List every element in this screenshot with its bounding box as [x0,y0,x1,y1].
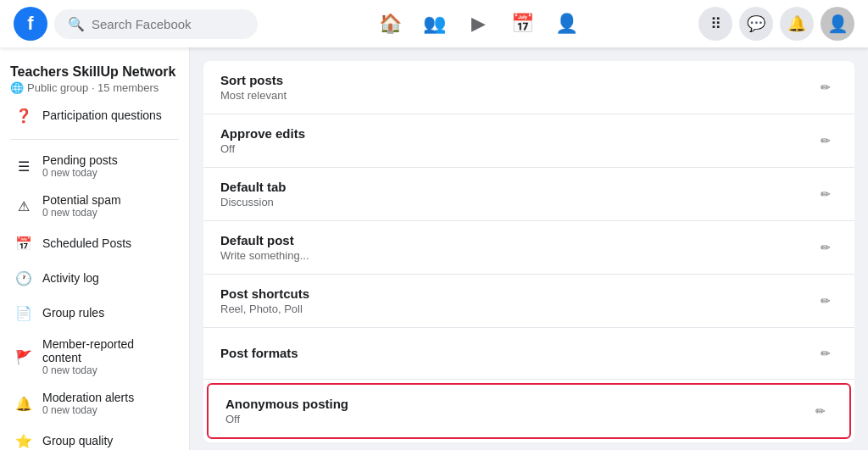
anonymous-posting-row: Anonymous posting Off ✏ [207,383,851,439]
search-icon: 🔍 [68,16,85,32]
notifications-btn[interactable]: 🔔 [780,7,814,41]
post-formats-edit-btn[interactable]: ✏ [814,340,837,367]
post-shortcuts-title: Post shortcuts [220,286,309,301]
group-quality-icon: ⭐ [14,431,34,450]
default-post-title: Default post [220,233,309,247]
member-reported-sub: 0 new today [42,364,175,376]
sidebar-item-activity-log[interactable]: 🕐 Activity log [3,261,186,295]
post-shortcuts-edit-btn[interactable]: ✏ [814,287,837,314]
sidebar-item-group-quality[interactable]: ⭐ Group quality [3,424,186,450]
default-post-value: Write something... [220,249,309,262]
main-content: Sort posts Most relevant ✏ Approve edits… [190,47,868,450]
sort-posts-row: Sort posts Most relevant ✏ [203,61,854,114]
approve-edits-row: Approve edits Off ✏ [203,114,854,168]
scheduled-posts-icon: 📅 [14,233,34,253]
apps-btn[interactable]: ⠿ [698,7,732,41]
group-quality-label: Group quality [42,434,175,447]
pending-posts-sub: 0 new today [42,167,175,179]
group-rules-icon: 📄 [14,303,34,323]
sort-posts-edit-btn[interactable]: ✏ [814,74,837,101]
post-shortcuts-value: Reel, Photo, Poll [220,303,309,315]
approve-edits-value: Off [220,142,305,155]
default-tab-value: Discussion [220,196,287,208]
participation-label: Participation questions [42,108,175,122]
moderation-alerts-sub: 0 new today [42,404,175,416]
moderation-alerts-icon: 🔔 [14,393,34,414]
scheduled-posts-label: Scheduled Posts [42,236,175,250]
sidebar: Teachers SkillUp Network 🌐 Public group … [0,47,190,450]
sidebar-divider-1 [10,139,179,140]
sidebar-item-potential-spam[interactable]: ⚠ Potential spam 0 new today [3,186,186,225]
globe-icon: 🌐 [10,81,24,94]
approve-edits-edit-btn[interactable]: ✏ [814,127,837,154]
potential-spam-label: Potential spam [42,193,175,207]
top-nav: f 🔍 🏠 👥 ▶ 📅 👤 ⠿ 💬 🔔 👤 [0,0,868,47]
default-tab-edit-btn[interactable]: ✏ [814,181,837,208]
moderation-alerts-label: Moderation alerts [42,391,175,404]
anonymous-posting-edit-btn[interactable]: ✏ [809,397,832,425]
anonymous-posting-title: Anonymous posting [225,397,348,411]
friends-nav-btn[interactable]: 👥 [414,3,454,44]
sidebar-item-moderation-alerts[interactable]: 🔔 Moderation alerts 0 new today [3,384,186,423]
content-area: Sort posts Most relevant ✏ Approve edits… [190,47,868,450]
home-nav-btn[interactable]: 🏠 [370,3,410,44]
activity-log-icon: 🕐 [14,268,34,288]
default-post-row: Default post Write something... ✏ [203,221,854,275]
search-bar[interactable]: 🔍 [54,9,258,39]
sidebar-item-group-rules[interactable]: 📄 Group rules [3,296,186,330]
sidebar-item-member-reported[interactable]: 🚩 Member-reported content 0 new today [3,331,186,383]
sort-posts-value: Most relevant [220,89,287,102]
default-tab-title: Default tab [220,180,287,194]
marketplace-nav-btn[interactable]: 📅 [502,3,542,44]
avatar[interactable]: 👤 [821,7,854,41]
group-header: Teachers SkillUp Network 🌐 Public group … [0,58,189,97]
post-formats-row: Post formats ✏ [203,328,854,380]
participation-icon: ❓ [14,105,34,125]
potential-spam-sub: 0 new today [42,207,175,219]
sidebar-item-participation[interactable]: ❓ Participation questions [3,98,186,132]
messenger-btn[interactable]: 💬 [739,7,773,41]
main-layout: Teachers SkillUp Network 🌐 Public group … [0,47,868,450]
groups-nav-btn[interactable]: 👤 [546,3,587,44]
nav-center: 🏠 👥 ▶ 📅 👤 [258,3,698,44]
approve-edits-title: Approve edits [220,126,305,141]
group-meta: 🌐 Public group · 15 members [10,81,179,94]
watch-nav-btn[interactable]: ▶ [458,3,498,44]
search-input[interactable] [92,17,244,31]
anonymous-posting-value: Off [225,413,348,425]
default-post-edit-btn[interactable]: ✏ [814,234,837,261]
pending-posts-icon: ☰ [14,156,34,176]
potential-spam-icon: ⚠ [14,196,34,216]
group-rules-label: Group rules [42,306,175,319]
activity-log-label: Activity log [42,271,175,285]
facebook-logo[interactable]: f [14,7,47,41]
post-formats-title: Post formats [220,346,298,360]
settings-list: Sort posts Most relevant ✏ Approve edits… [203,61,854,442]
pending-posts-label: Pending posts [42,153,175,167]
default-tab-row: Default tab Discussion ✏ [203,168,854,221]
post-shortcuts-row: Post shortcuts Reel, Photo, Poll ✏ [203,275,854,328]
sidebar-item-scheduled-posts[interactable]: 📅 Scheduled Posts [3,226,186,260]
sidebar-item-pending-posts[interactable]: ☰ Pending posts 0 new today [3,147,186,186]
group-name: Teachers SkillUp Network [10,64,179,80]
nav-right: ⠿ 💬 🔔 👤 [698,7,854,41]
anon-row-container: Anonymous posting Off ✏ 2. [203,383,854,439]
member-reported-icon: 🚩 [14,347,34,367]
member-reported-label: Member-reported content [42,337,175,364]
sort-posts-title: Sort posts [220,73,287,87]
